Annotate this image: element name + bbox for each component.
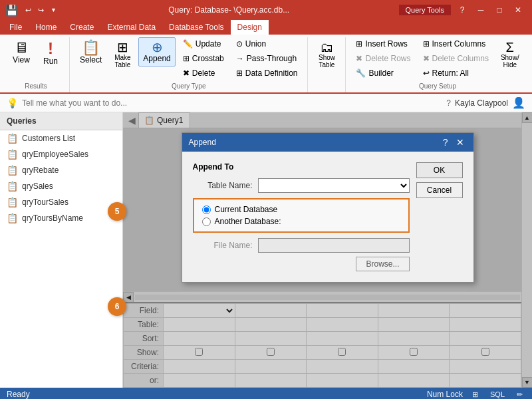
sidebar-item-qry-tour-sales[interactable]: 📋 qryTourSales [0, 194, 122, 210]
sidebar: Queries 📋 Customers List 📋 qryEmployeeSa… [0, 112, 123, 388]
ok-button[interactable]: OK [416, 162, 463, 178]
menu-external-data[interactable]: External Data [100, 20, 162, 35]
browse-button[interactable]: Browse... [356, 257, 409, 271]
tell-me-bar: 💡 ? Kayla Claypool 👤 [0, 94, 532, 112]
delete-columns-button[interactable]: ✖ Delete Columns [418, 52, 493, 65]
show-table-label: ShowTable [319, 54, 335, 68]
minimize-button[interactable]: ─ [472, 3, 489, 17]
modal-overlay: Append ? ✕ Append To Table Name: [123, 112, 532, 388]
show-hide-button[interactable]: Σ Show/Hide [496, 37, 524, 72]
browse-btn-container: Browse... [193, 257, 410, 271]
ribbon-group-results: 🖥 View ! Run Results [3, 37, 70, 92]
user-name: Kayla Claypool [455, 98, 508, 108]
update-button[interactable]: ✏️ Update [178, 37, 229, 51]
close-button[interactable]: ✕ [509, 3, 527, 17]
ready-label: Ready [7, 390, 30, 399]
crosstab-button[interactable]: ⊞ Crosstab [178, 52, 229, 65]
menu-file[interactable]: File [3, 20, 29, 35]
query-icon-employee: 📋 [7, 149, 18, 160]
modal-inner: Append To Table Name: Current Da [193, 162, 463, 271]
sidebar-item-label-employee: qryEmployeeSales [22, 150, 88, 159]
return-label: Return: All [432, 68, 469, 78]
query-setup-group-label: Query Setup [419, 80, 456, 90]
menu-home[interactable]: Home [29, 20, 63, 35]
sql-view-button[interactable]: SQL [487, 390, 507, 398]
show-table-button[interactable]: 🗂 ShowTable [313, 37, 340, 72]
current-db-label: Current Database [215, 205, 278, 214]
pass-through-button[interactable]: → Pass-Through [231, 52, 303, 65]
undo-button[interactable]: ↩ [23, 5, 34, 16]
maximize-button[interactable]: □ [491, 3, 508, 17]
union-button[interactable]: ⊙ Union [231, 37, 303, 51]
modal-close-button[interactable]: ✕ [454, 137, 467, 148]
current-db-radio[interactable] [202, 205, 211, 214]
sidebar-item-qry-rebate[interactable]: 📋 qryRebate [0, 162, 122, 178]
update-icon: ✏️ [183, 39, 193, 49]
query-type-small-col2: ⊙ Union → Pass-Through ⊞ Data Definition [231, 37, 303, 80]
sidebar-item-qry-tours-by-name[interactable]: 📋 qryToursByName [0, 210, 122, 226]
builder-button[interactable]: 🔧 Builder [351, 66, 415, 80]
data-definition-button[interactable]: ⊞ Data Definition [231, 66, 303, 80]
query-type-small-col: ✏️ Update ⊞ Crosstab ✖ Delete [178, 37, 229, 80]
pass-through-label: Pass-Through [247, 54, 297, 63]
make-table-button[interactable]: ⊞ MakeTable [109, 37, 136, 72]
tell-me-input[interactable] [22, 98, 442, 108]
sidebar-item-label-tours-name: qryToursByName [22, 213, 83, 223]
show-table-icon: 🗂 [320, 41, 333, 54]
menu-create[interactable]: Create [63, 20, 100, 35]
app-icon: 💾 [5, 4, 19, 17]
another-db-radio[interactable] [202, 217, 211, 226]
sidebar-item-label-tour-sales: qryTourSales [22, 198, 68, 207]
update-label: Update [196, 39, 221, 49]
results-buttons: 🖥 View ! Run [8, 37, 64, 80]
view-button[interactable]: 🖥 View [8, 37, 35, 68]
window-controls: ? ─ □ ✕ [454, 3, 527, 17]
table-name-select[interactable] [258, 178, 410, 193]
sidebar-item-label-rebate: qryRebate [22, 166, 59, 175]
sidebar-item-label-sales: qrySales [22, 182, 53, 191]
insert-columns-button[interactable]: ⊞ Insert Columns [418, 37, 493, 51]
more-button[interactable]: ▼ [48, 5, 59, 15]
sidebar-item-label-customers: Customers List [22, 134, 75, 143]
status-right: Num Lock ⊞ SQL ✏ [427, 390, 525, 399]
sidebar-item-qry-sales[interactable]: 📋 qrySales [0, 178, 122, 194]
run-icon: ! [48, 41, 53, 57]
redo-button[interactable]: ↪ [35, 5, 47, 16]
query-icon-sales: 📋 [7, 181, 18, 192]
user-avatar-icon: 👤 [512, 96, 525, 109]
data-definition-label: Data Definition [245, 68, 298, 78]
help-button[interactable]: ? [454, 3, 471, 17]
menu-database-tools[interactable]: Database Tools [162, 20, 231, 35]
window-title: Query: Database- \Query.acc.db... [59, 5, 399, 15]
current-db-row: Current Database [202, 205, 400, 214]
query-icon-rebate: 📋 [7, 165, 18, 176]
insert-rows-button[interactable]: ⊞ Insert Rows [351, 37, 415, 51]
select-icon: 📋 [82, 41, 100, 55]
query-setup-col1: ⊞ Insert Rows ✖ Delete Rows 🔧 Builder [351, 37, 415, 80]
table-name-row: Table Name: [193, 178, 410, 193]
design-view-button[interactable]: ✏ [514, 390, 525, 399]
union-icon: ⊙ [236, 39, 243, 49]
make-table-icon: ⊞ [117, 41, 128, 54]
menu-design[interactable]: Design [231, 20, 269, 35]
modal-form-area: Append To Table Name: Current Da [193, 162, 410, 271]
file-name-input[interactable] [258, 238, 410, 253]
show-hide-label: Show/Hide [501, 54, 519, 68]
cancel-button[interactable]: Cancel [416, 182, 463, 198]
delete-button[interactable]: ✖ Delete [178, 66, 229, 80]
delete-rows-button[interactable]: ✖ Delete Rows [351, 52, 415, 65]
step-badge-5: 5 [108, 202, 126, 221]
delete-icon: ✖ [183, 68, 190, 78]
crosstab-icon: ⊞ [183, 54, 190, 63]
sidebar-item-customers-list[interactable]: 📋 Customers List [0, 130, 122, 146]
select-button[interactable]: 📋 Select [75, 37, 106, 68]
content-area: ◀ 📋 Query1 ◀ ▶ Field: [123, 112, 532, 388]
modal-help-button[interactable]: ? [440, 137, 451, 148]
append-button[interactable]: ⊕ Append [138, 37, 175, 66]
builder-icon: 🔧 [356, 68, 366, 78]
builder-label: Builder [368, 68, 393, 78]
table-view-button[interactable]: ⊞ [469, 390, 481, 399]
sidebar-item-qry-employee-sales[interactable]: 📋 qryEmployeeSales [0, 146, 122, 162]
run-button[interactable]: ! Run [37, 37, 64, 69]
return-all-button[interactable]: ↩ Return: All [418, 66, 493, 80]
